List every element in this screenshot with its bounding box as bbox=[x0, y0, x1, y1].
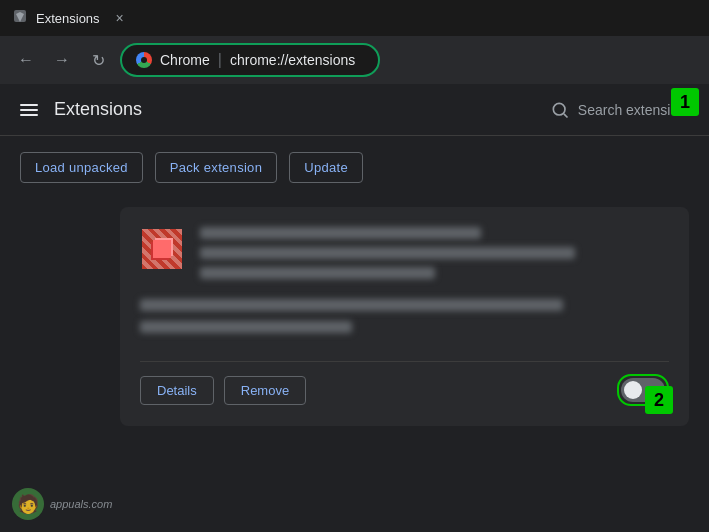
ext-id-blurred bbox=[140, 321, 352, 333]
footer-buttons: Details Remove bbox=[140, 376, 306, 405]
extension-desc-line1-blurred bbox=[200, 247, 575, 259]
refresh-button[interactable]: ↻ bbox=[84, 46, 112, 74]
toolbar: Load unpacked Pack extension Update bbox=[0, 136, 709, 199]
search-icon bbox=[550, 100, 570, 120]
svg-line-2 bbox=[564, 113, 568, 117]
tab-title: Extensions bbox=[36, 11, 100, 26]
update-button[interactable]: Update bbox=[289, 152, 363, 183]
hamburger-line-3 bbox=[20, 114, 38, 116]
step-badge-1: 1 bbox=[671, 88, 699, 116]
hamburger-line-1 bbox=[20, 104, 38, 106]
address-site-label: Chrome bbox=[160, 52, 210, 68]
details-button[interactable]: Details bbox=[140, 376, 214, 405]
ext-desc-a bbox=[140, 299, 563, 311]
extension-desc-line2-blurred bbox=[200, 267, 435, 279]
main-area: Extensions Search extensions Load unpack… bbox=[0, 84, 709, 532]
address-url-text: chrome://extensions bbox=[230, 52, 355, 68]
tab-favicon bbox=[12, 8, 28, 28]
address-divider: | bbox=[218, 51, 222, 69]
back-button[interactable]: ← bbox=[12, 46, 40, 74]
remove-button[interactable]: Remove bbox=[224, 376, 306, 405]
menu-icon[interactable] bbox=[16, 100, 42, 120]
watermark-avatar: 🧑 bbox=[12, 488, 44, 520]
content-header: Extensions Search extensions bbox=[0, 84, 709, 136]
hamburger-line-2 bbox=[20, 109, 38, 111]
tab-close-button[interactable]: × bbox=[116, 10, 124, 26]
content-area: Extensions Search extensions Load unpack… bbox=[0, 84, 709, 532]
extension-top bbox=[140, 227, 669, 287]
address-bar-container: Chrome | chrome://extensions bbox=[120, 43, 697, 77]
page-title: Extensions bbox=[54, 99, 538, 120]
navigation-bar: ← → ↻ Chrome | chrome://extensions 1 bbox=[0, 36, 709, 84]
extension-name-blurred bbox=[200, 227, 481, 239]
watermark: 🧑 appuals.com bbox=[12, 488, 112, 520]
extensions-list: Details Remove 2 bbox=[0, 199, 709, 434]
svg-point-1 bbox=[553, 103, 565, 115]
extension-icon-placeholder bbox=[142, 229, 182, 269]
step-badge-2: 2 bbox=[645, 386, 673, 414]
extension-icon-area bbox=[140, 227, 184, 271]
address-bar[interactable]: Chrome | chrome://extensions bbox=[120, 43, 380, 77]
extension-info bbox=[200, 227, 669, 287]
toggle-area: 2 bbox=[617, 374, 669, 406]
extension-card: Details Remove 2 bbox=[120, 207, 689, 426]
toggle-thumb bbox=[624, 381, 642, 399]
forward-button[interactable]: → bbox=[48, 46, 76, 74]
extension-description-area bbox=[140, 299, 669, 311]
chrome-icon bbox=[136, 52, 152, 68]
extension-id-area bbox=[140, 321, 669, 341]
title-bar: Extensions × bbox=[0, 0, 709, 36]
card-footer: Details Remove 2 bbox=[140, 361, 669, 406]
pack-extension-button[interactable]: Pack extension bbox=[155, 152, 277, 183]
load-unpacked-button[interactable]: Load unpacked bbox=[20, 152, 143, 183]
watermark-text: appuals.com bbox=[50, 498, 112, 510]
extension-icon-pixel bbox=[153, 240, 171, 258]
